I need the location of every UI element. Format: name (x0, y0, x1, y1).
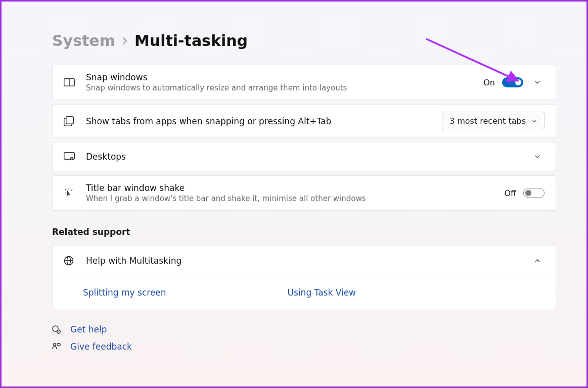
setting-title: Title bar window shake (86, 183, 504, 193)
snap-layout-icon (64, 78, 77, 86)
help-link-task-view[interactable]: Using Task View (288, 287, 356, 298)
toggle-state-label: Off (504, 188, 516, 198)
setting-title: Desktops (86, 152, 530, 162)
breadcrumb-parent[interactable]: System (52, 32, 115, 50)
chevron-down-icon (532, 119, 537, 124)
setting-title: Snap windows (86, 72, 483, 82)
get-help-label: Get help (70, 324, 107, 334)
cursor-shake-icon (64, 188, 77, 198)
desktops-icon (64, 152, 77, 161)
setting-row-desktops[interactable]: Desktops (52, 142, 556, 171)
page-title: Multi-tasking (134, 32, 248, 50)
help-icon: ? (52, 325, 62, 334)
setting-subtitle: When I grab a window's title bar and sha… (86, 194, 504, 203)
tabs-icon (64, 116, 77, 126)
svg-line-7 (65, 189, 66, 190)
related-support-heading: Related support (52, 227, 556, 237)
help-card: Help with Multitasking Splitting my scre… (52, 245, 556, 309)
svg-rect-2 (66, 116, 74, 124)
snap-windows-toggle[interactable] (502, 77, 523, 87)
breadcrumb: System Multi-tasking (52, 32, 556, 50)
expand-chevron-icon[interactable] (530, 150, 545, 164)
setting-row-show-tabs: Show tabs from apps when snapping or pre… (52, 104, 556, 138)
help-card-header[interactable]: Help with Multitasking (53, 246, 556, 276)
get-help-link[interactable]: ? Get help (52, 324, 556, 334)
setting-title: Show tabs from apps when snapping or pre… (86, 116, 442, 126)
feedback-icon (52, 343, 62, 351)
give-feedback-link[interactable]: Give feedback (52, 342, 556, 352)
globe-icon (64, 256, 77, 266)
svg-text:?: ? (58, 330, 60, 333)
svg-rect-18 (57, 344, 60, 346)
collapse-chevron-icon[interactable] (530, 254, 545, 268)
setting-row-window-shake: Title bar window shake When I grab a win… (52, 175, 556, 211)
help-card-title: Help with Multitasking (86, 256, 530, 266)
setting-subtitle: Snap windows to automatically resize and… (86, 83, 483, 92)
help-link-splitting-screen[interactable]: Splitting my screen (83, 287, 166, 298)
toggle-state-label: On (483, 78, 495, 87)
give-feedback-label: Give feedback (70, 342, 132, 352)
chevron-right-icon (122, 37, 127, 45)
dropdown-value: 3 most recent tabs (449, 116, 526, 126)
show-tabs-dropdown[interactable]: 3 most recent tabs (442, 112, 545, 130)
svg-line-9 (71, 189, 72, 190)
window-shake-toggle[interactable] (523, 188, 545, 198)
expand-chevron-icon[interactable] (530, 75, 545, 89)
svg-point-17 (54, 343, 56, 346)
setting-row-snap-windows[interactable]: Snap windows Snap windows to automatical… (52, 65, 556, 100)
